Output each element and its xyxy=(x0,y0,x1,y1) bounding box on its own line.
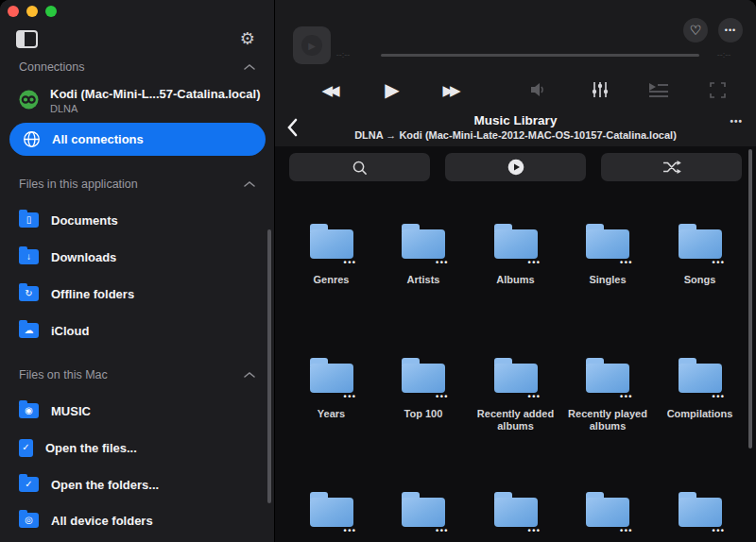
sidebar-item-documents[interactable]: ▯ Documents xyxy=(0,202,274,238)
section-label: Files on this Mac xyxy=(19,368,108,381)
offline-sync-folder-icon: ↻ xyxy=(19,286,39,301)
folder-label: Recently played albums xyxy=(564,408,651,432)
folder-more-icon[interactable]: ••• xyxy=(620,392,633,401)
folder-item-recently-played-albums[interactable]: ••• Recently played albums xyxy=(562,358,654,432)
sidebar-item-open-files[interactable]: ✓ Open the files... xyxy=(0,430,274,466)
fast-forward-button[interactable]: ▶▶ xyxy=(436,77,468,102)
folder-item-recently-added-albums[interactable]: ••• Recently added albums xyxy=(470,358,561,432)
sidebar-item-kodi-connection[interactable]: Kodi (Mac-Mini-L...57-Catalina.local) DL… xyxy=(0,87,274,114)
nav-more-button[interactable]: ••• xyxy=(730,116,743,127)
folder-label: Songs xyxy=(684,274,716,286)
folder-more-icon[interactable]: ••• xyxy=(528,392,541,401)
ellipsis-icon: ••• xyxy=(730,116,743,127)
folder-more-icon[interactable]: ••• xyxy=(436,392,449,401)
folder-more-icon[interactable]: ••• xyxy=(713,392,726,401)
queue-button[interactable] xyxy=(643,77,675,102)
content-scrollbar[interactable] xyxy=(748,149,752,449)
shuffle-button[interactable] xyxy=(601,153,742,181)
sidebar-scrollbar[interactable] xyxy=(267,229,271,503)
folder-icon: ••• xyxy=(494,358,538,393)
sidebar-item-all-connections[interactable]: All connections xyxy=(9,123,266,156)
folder-icon: ••• xyxy=(310,224,353,259)
player-more-button[interactable]: ••• xyxy=(718,18,743,42)
folder-item-albums[interactable]: ••• Albums xyxy=(470,224,561,286)
music-folder-icon: ◉ xyxy=(19,403,39,418)
folder-icon: ••• xyxy=(586,492,629,527)
sidebar-item-label: Downloads xyxy=(51,250,116,264)
sidebar-item-all-device-folders[interactable]: ◎ All device folders xyxy=(0,502,274,538)
fullscreen-button[interactable] xyxy=(701,77,733,102)
downloads-folder-icon: ↓ xyxy=(19,249,39,264)
folder-more-icon[interactable]: ••• xyxy=(528,526,541,535)
play-placeholder-icon: ▶ xyxy=(301,35,322,56)
favorite-button[interactable]: ♡ xyxy=(683,18,708,42)
seek-bar[interactable] xyxy=(381,54,699,57)
folder-item[interactable]: ••• xyxy=(470,492,561,542)
open-folders-icon: ✓ xyxy=(19,477,39,492)
folder-icon: ••• xyxy=(494,224,538,259)
sidebar-item-icloud[interactable]: ☁ iCloud xyxy=(0,313,274,348)
play-button[interactable]: ▶ xyxy=(376,77,408,102)
chevron-up-icon[interactable] xyxy=(244,64,255,70)
folder-more-icon[interactable]: ••• xyxy=(620,258,633,267)
fullscreen-icon xyxy=(710,82,726,98)
volume-button[interactable] xyxy=(523,77,555,102)
folder-icon: ••• xyxy=(586,224,629,259)
folder-item[interactable]: ••• xyxy=(562,492,654,542)
folder-more-icon[interactable]: ••• xyxy=(713,258,726,267)
folder-item[interactable]: ••• xyxy=(378,492,470,542)
folder-more-icon[interactable]: ••• xyxy=(436,258,449,267)
folder-more-icon[interactable]: ••• xyxy=(620,526,633,535)
play-queue-icon xyxy=(648,82,669,97)
search-button[interactable] xyxy=(289,153,430,181)
connection-title: Kodi (Mac-Mini-L...57-Catalina.local) xyxy=(50,87,260,101)
zoom-button[interactable] xyxy=(45,6,57,17)
shuffle-icon xyxy=(662,160,681,175)
sidebar-item-open-folders[interactable]: ✓ Open the folders... xyxy=(0,466,274,502)
folder-item-compilations[interactable]: ••• Compilations xyxy=(654,358,746,432)
sidebar-item-downloads[interactable]: ↓ Downloads xyxy=(0,239,274,275)
folder-item-genres[interactable]: ••• Genres xyxy=(285,224,377,286)
folder-icon: ••• xyxy=(494,492,538,527)
folder-more-icon[interactable]: ••• xyxy=(344,258,357,267)
globe-icon xyxy=(23,130,41,148)
folder-browser: ••• Genres ••• Artists ••• Albums ••• Si… xyxy=(275,146,756,542)
equalizer-button[interactable] xyxy=(584,77,616,102)
settings-gear-icon[interactable]: ⚙ xyxy=(240,30,255,47)
folder-label: Top 100 xyxy=(404,408,443,420)
folder-item-years[interactable]: ••• Years xyxy=(285,358,377,432)
close-button[interactable] xyxy=(8,6,19,17)
folder-item[interactable]: ••• xyxy=(654,492,746,542)
folder-more-icon[interactable]: ••• xyxy=(528,258,541,267)
folder-more-icon[interactable]: ••• xyxy=(713,526,726,535)
sidebar-toggle-icon[interactable] xyxy=(16,30,38,48)
section-header-files-app: Files in this application xyxy=(19,178,255,191)
open-files-icon: ✓ xyxy=(19,439,33,457)
folder-item-songs[interactable]: ••• Songs xyxy=(654,224,746,286)
sidebar-item-label: Open the files... xyxy=(45,441,137,455)
chevron-up-icon[interactable] xyxy=(244,372,255,378)
breadcrumb: DLNA → Kodi (Mac-Mini-Late-2012-MAC-OS-1… xyxy=(303,129,728,141)
chevron-left-icon xyxy=(286,118,298,137)
navigation-bar: Music Library DLNA → Kodi (Mac-Mini-Late… xyxy=(275,109,756,146)
rewind-button[interactable]: ◀◀ xyxy=(315,77,347,102)
folder-more-icon[interactable]: ••• xyxy=(436,526,449,535)
chevron-up-icon[interactable] xyxy=(244,181,255,187)
play-circle-icon xyxy=(507,159,524,176)
sidebar-item-label: Documents xyxy=(51,213,118,228)
back-button[interactable] xyxy=(286,116,305,139)
equalizer-icon xyxy=(591,81,610,98)
play-all-button[interactable] xyxy=(445,153,586,181)
folder-icon: ••• xyxy=(310,358,353,393)
speaker-icon xyxy=(529,82,548,97)
folder-item-singles[interactable]: ••• Singles xyxy=(562,224,654,286)
sidebar-item-offline-folders[interactable]: ↻ Offline folders xyxy=(0,276,274,312)
minimize-button[interactable] xyxy=(26,6,38,17)
folder-more-icon[interactable]: ••• xyxy=(344,392,357,401)
folder-item-top-100[interactable]: ••• Top 100 xyxy=(378,358,470,432)
folder-item-artists[interactable]: ••• Artists xyxy=(378,224,470,286)
sidebar-item-music[interactable]: ◉ MUSIC xyxy=(0,393,274,429)
folder-icon: ••• xyxy=(679,224,722,259)
folder-item[interactable]: ••• xyxy=(285,492,377,542)
folder-more-icon[interactable]: ••• xyxy=(344,526,357,535)
